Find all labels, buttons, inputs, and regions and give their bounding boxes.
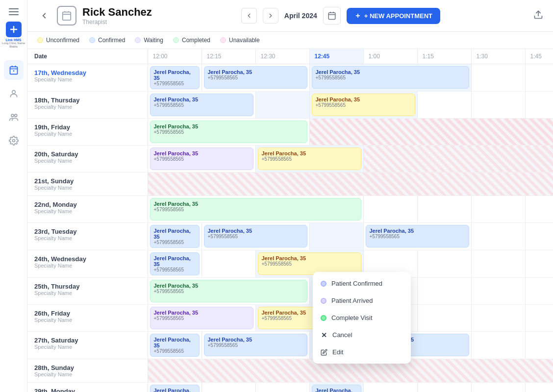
- date-label-18: 18th, Thursday: [34, 97, 141, 104]
- date-specialty-18: Specialty Name: [34, 104, 141, 110]
- sidebar-item-group[interactable]: [4, 107, 24, 127]
- date-specialty-20: Specialty Name: [34, 158, 141, 164]
- sidebar: Link HMS Long Clinic Name Blabla: [0, 0, 27, 392]
- cell-18-1200[interactable]: Jerel Parocha, 35 +5799558565: [148, 92, 255, 119]
- date-label-19: 19th, Friday: [34, 123, 141, 131]
- appointment-block[interactable]: Jerel Parocha, 35 +5799558565: [312, 94, 415, 116]
- appointment-block[interactable]: Jerel Parocha, 35 +5799558565: [150, 334, 200, 357]
- cell-18-115: [417, 92, 471, 119]
- menu-label-edit: Edit: [332, 348, 343, 356]
- cell-29-1200[interactable]: Jerel Parocha, 35 +5799558565: [148, 383, 201, 392]
- new-appointment-button[interactable]: + NEW APPOINTMENT: [347, 8, 440, 24]
- cell-20-1200[interactable]: Jerel Parocha, 35 +5799558565: [148, 146, 255, 172]
- cell-27-1215[interactable]: Jerel Parocha, 35 +5799558565: [201, 332, 309, 359]
- menu-item-cancel[interactable]: ✕ Cancel: [313, 326, 411, 343]
- appt-phone: +5799558565: [154, 289, 303, 294]
- date-cell-17: 17th, Wednesday Specialty Name: [27, 64, 148, 92]
- menu-item-patient-confirmed[interactable]: Patient Confirmed: [313, 275, 411, 292]
- time-header-1230: 12:30: [255, 49, 309, 64]
- cell-17-1200[interactable]: Jerel Parocha, 35 +5799558565: [148, 64, 201, 92]
- date-cell-22: 22nd, Monday Specialty Name: [27, 196, 148, 223]
- menu-label-cancel: Cancel: [332, 331, 352, 339]
- sidebar-item-calendar[interactable]: [4, 60, 24, 80]
- cell-26-130: [471, 305, 525, 332]
- cell-24-115: [417, 250, 471, 278]
- export-icon[interactable]: [533, 10, 543, 22]
- cell-17-1245[interactable]: Jerel Parocha, 35 +5799558565: [309, 64, 471, 92]
- cell-23-1200[interactable]: Jerel Parocha, 35 +5799558565: [148, 223, 201, 250]
- appointment-block[interactable]: Jerel Parocha, 35 +5799558565: [312, 66, 469, 89]
- appointment-block[interactable]: Jerel Parocha, 35 +5799558565: [150, 307, 253, 329]
- appointment-block[interactable]: Jerel Parocha, 35 +5799558565: [258, 147, 361, 170]
- appt-patient-name: Jerel Parocha, 35: [154, 228, 196, 240]
- appt-patient-name: Jerel Parocha, 35: [154, 123, 303, 129]
- date-cell-27: 27th, Saturday Specialty Name: [27, 332, 148, 359]
- sidebar-item-settings[interactable]: [4, 131, 24, 150]
- legend-unavailable-label: Unavailable: [229, 37, 260, 44]
- appointment-block[interactable]: Jerel Parocha, 35 +5799558565: [150, 280, 307, 302]
- appointment-block[interactable]: Jerel Parocha, 35 +5799558565: [150, 198, 361, 220]
- menu-item-edit[interactable]: Edit: [313, 343, 411, 361]
- appointment-block[interactable]: Jerel Parocha, 35 +5799558565: [150, 94, 253, 116]
- x-icon: ✕: [321, 332, 327, 339]
- menu-item-complete-visit[interactable]: Complete Visit: [313, 309, 411, 326]
- menu-item-patient-arrived[interactable]: Patient Arrived: [313, 292, 411, 309]
- cell-17-130: [525, 64, 553, 92]
- date-label-28: 28th, Sunday: [34, 364, 141, 371]
- appt-phone: +5799558565: [154, 316, 250, 321]
- appointment-block[interactable]: Jerel Parocha, 35 +5799558565: [150, 252, 200, 275]
- cell-20-1230[interactable]: Jerel Parocha, 35 +5799558565: [255, 146, 363, 172]
- sidebar-item-person[interactable]: [4, 84, 24, 103]
- appointment-block[interactable]: Jerel Parocha, 35 +5799558565: [204, 66, 307, 89]
- appt-patient-name: Jerel Parocha, 35: [154, 255, 196, 267]
- cell-29-130: [471, 383, 525, 392]
- unconfirmed-dot: [37, 37, 43, 43]
- date-label-24: 24th, Wednesday: [34, 255, 141, 263]
- appointment-block[interactable]: Jerel Parocha, 35 +5799558565: [312, 385, 361, 392]
- appointment-block[interactable]: Jerel Parocha, 35 +5799558565: [150, 385, 200, 392]
- cell-25-1200[interactable]: Jerel Parocha, 35 +5799558565: [148, 278, 309, 305]
- appt-patient-name: Jerel Parocha, 35: [316, 69, 465, 75]
- arrived-status-dot: [321, 298, 327, 304]
- cell-18-1230: [255, 92, 309, 119]
- date-cell-28: 28th, Sunday Specialty Name: [27, 359, 148, 383]
- svg-rect-9: [63, 12, 71, 20]
- appointment-block[interactable]: Jerel Parocha, 35 +5799558565: [150, 147, 253, 170]
- calendar-picker-button[interactable]: [323, 7, 341, 24]
- cell-18-1245[interactable]: Jerel Parocha, 35 +5799558565: [309, 92, 417, 119]
- waiting-dot-legend: [135, 37, 141, 43]
- table-row: 28th, Sunday Specialty Name: [27, 359, 553, 383]
- time-header-1200: 12:00: [148, 49, 201, 64]
- cell-17-1215[interactable]: Jerel Parocha, 35 +5799558565: [201, 64, 309, 92]
- cell-23-100[interactable]: Jerel Parocha, 35 +5799558565: [363, 223, 471, 250]
- provider-role: Therapist: [82, 19, 152, 25]
- prev-month-button[interactable]: [241, 8, 257, 24]
- cell-17-115: [471, 64, 525, 92]
- calendar-container: Date 12:00 12:15 12:30 12:45 1:00 1:15 1…: [27, 49, 553, 392]
- date-specialty-27: Specialty Name: [34, 344, 141, 350]
- back-button[interactable]: [37, 9, 51, 23]
- appointment-block[interactable]: Jerel Parocha, 35 +5799558565: [150, 225, 200, 248]
- appointment-block[interactable]: Jerel Parocha, 35 +5799558565: [366, 225, 469, 247]
- date-specialty-17: Specialty Name: [34, 76, 141, 82]
- table-row: 23rd, Tuesday Specialty Name Jerel Paroc…: [27, 223, 553, 250]
- cell-23-1215[interactable]: Jerel Parocha, 35 +5799558565: [201, 223, 309, 250]
- cell-26-1200[interactable]: Jerel Parocha, 35 +5799558565: [148, 305, 255, 332]
- appointment-block[interactable]: Jerel Parocha, 35 +5799558565: [204, 334, 307, 356]
- table-row: 21st, Sunday Specialty Name: [27, 172, 553, 196]
- next-month-button[interactable]: [263, 8, 278, 24]
- appointment-block[interactable]: Jerel Parocha, 35 +5799558565: [150, 66, 200, 89]
- cell-29-1245[interactable]: Jerel Parocha, 35 +5799558565: [309, 383, 363, 392]
- appointment-block[interactable]: Jerel Parocha, 35 +5799558565: [150, 121, 307, 143]
- cell-24-1200[interactable]: Jerel Parocha, 35 +5799558565: [148, 250, 201, 278]
- appointment-block[interactable]: Jerel Parocha, 35 +5799558565: [204, 225, 307, 247]
- appt-phone: +5799558565: [370, 234, 465, 239]
- cell-22-1200[interactable]: Jerel Parocha, 35 +5799558565: [148, 196, 363, 223]
- date-label-29: 29th, Monday: [34, 388, 141, 392]
- table-row: 26th, Friday Specialty Name Jerel Paroch…: [27, 305, 553, 332]
- hamburger-menu-icon[interactable]: [8, 6, 20, 18]
- cell-19-1200[interactable]: Jerel Parocha, 35 +5799558565: [148, 119, 309, 146]
- date-specialty-25: Specialty Name: [34, 290, 141, 296]
- cell-27-1200[interactable]: Jerel Parocha, 35 +5799558565: [148, 332, 201, 359]
- date-label-27: 27th, Saturday: [34, 337, 141, 344]
